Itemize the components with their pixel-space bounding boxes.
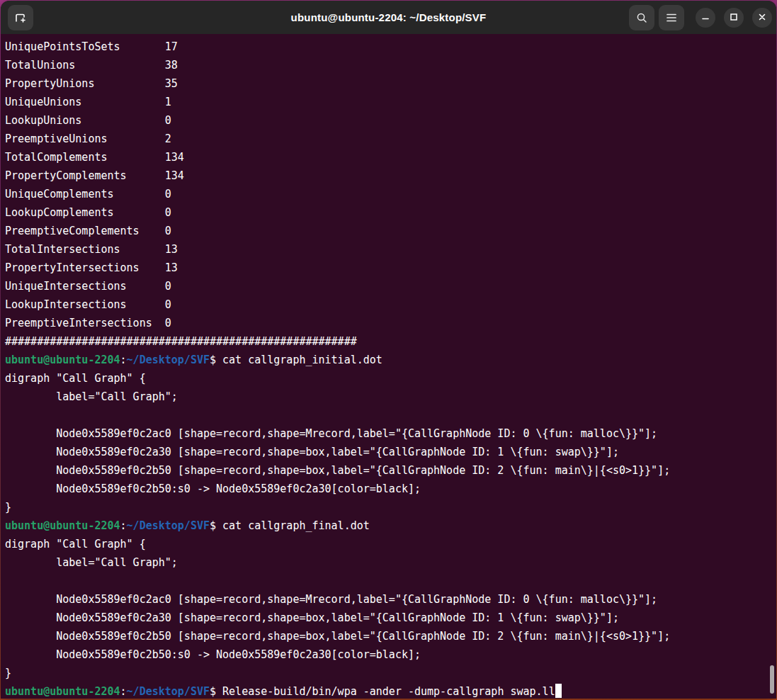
terminal-line: LookupIntersections 0 [5,295,776,314]
terminal-line: Node0x5589ef0c2b50:s0 -> Node0x5589ef0c2… [5,645,776,664]
terminal-line: ubuntu@ubuntu-2204:~/Desktop/SVF$ cat ca… [5,516,776,535]
terminal-line: } [5,664,776,682]
terminal-line: Node0x5589ef0c2b50 [shape=record,shape=b… [5,627,776,645]
terminal-line: UniquePointsToSets 17 [5,38,776,56]
terminal-line: PreemptiveUnions 2 [5,130,776,148]
terminal-line: Node0x5589ef0c2ac0 [shape=record,shape=M… [5,424,776,443]
terminal-window: ubuntu@ubuntu-2204: ~/Desktop/SVF [1,1,776,699]
new-tab-button[interactable] [8,5,33,30]
terminal-line: PropertyComplements 134 [5,166,776,185]
terminal-line: PreemptiveIntersections 0 [5,314,776,332]
terminal-line: TotalUnions 38 [5,56,776,74]
terminal-line: ########################################… [5,332,776,351]
terminal-line: TotalComplements 134 [5,148,776,166]
maximize-button[interactable] [724,8,744,28]
terminal-line: UniqueComplements 0 [5,185,776,203]
terminal-line: digraph "Call Graph" { [5,535,776,553]
text-cursor [555,684,562,698]
search-button[interactable] [629,5,654,30]
terminal-line: PreemptiveComplements 0 [5,222,776,240]
terminal-line: UniqueUnions 1 [5,93,776,111]
terminal-line: PropertyUnions 35 [5,74,776,93]
terminal-line: digraph "Call Graph" { [5,369,776,388]
terminal-line: Node0x5589ef0c2a30 [shape=record,shape=b… [5,443,776,461]
terminal-line: LookupUnions 0 [5,111,776,130]
close-icon [758,11,766,24]
terminal-line: Node0x5589ef0c2b50 [shape=record,shape=b… [5,461,776,480]
terminal-line: UniqueIntersections 0 [5,277,776,295]
terminal-line: LookupComplements 0 [5,203,776,222]
terminal-screen[interactable]: UniquePointsToSets 17TotalUnions 38Prope… [1,34,776,699]
close-button[interactable] [752,8,772,28]
headerbar[interactable]: ubuntu@ubuntu-2204: ~/Desktop/SVF [1,1,776,34]
terminal-line: Node0x5589ef0c2a30 [shape=record,shape=b… [5,609,776,627]
terminal-line: Node0x5589ef0c2ac0 [shape=record,shape=M… [5,590,776,609]
window-title: ubuntu@ubuntu-2204: ~/Desktop/SVF [291,11,487,23]
maximize-icon [730,11,738,24]
minimize-icon [701,11,710,24]
terminal-line: label="Call Graph"; [5,388,776,406]
menu-icon [666,13,677,23]
terminal-line [5,572,776,590]
terminal-line: } [5,498,776,516]
scrollbar-thumb[interactable] [770,665,774,694]
menu-button[interactable] [659,5,684,30]
search-icon [635,11,648,24]
terminal-line: ubuntu@ubuntu-2204:~/Desktop/SVF$ Releas… [5,682,776,699]
terminal-line: ubuntu@ubuntu-2204:~/Desktop/SVF$ cat ca… [5,351,776,369]
terminal-line: TotalIntersections 13 [5,240,776,259]
new-tab-icon [14,11,27,24]
terminal-line: Node0x5589ef0c2b50:s0 -> Node0x5589ef0c2… [5,480,776,498]
terminal-line [5,406,776,424]
terminal-line: label="Call Graph"; [5,553,776,572]
terminal-line: PropertyIntersections 13 [5,259,776,277]
minimize-button[interactable] [696,8,715,28]
